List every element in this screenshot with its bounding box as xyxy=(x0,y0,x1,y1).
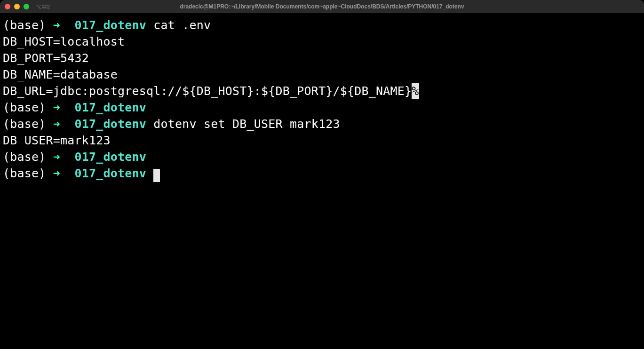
prompt-directory: 017_dotenv xyxy=(75,117,147,131)
prompt-arrow-icon: ➜ xyxy=(53,150,75,164)
terminal-output-area[interactable]: (base) ➜ 017_dotenv cat .envDB_HOST=loca… xyxy=(0,13,644,185)
cursor-icon xyxy=(153,169,160,182)
prompt-arrow-icon: ➜ xyxy=(53,101,75,114)
minimize-icon[interactable] xyxy=(14,4,20,9)
command-text: cat .env xyxy=(153,18,211,32)
terminal-prompt-line: (base) ➜ 017_dotenv xyxy=(3,165,641,182)
prompt-directory: 017_dotenv xyxy=(75,150,147,164)
prompt-directory: 017_dotenv xyxy=(75,18,147,32)
window-title: dradecic@M1PRO:~/Library/Mobile Document… xyxy=(180,3,464,10)
prompt-env: (base) xyxy=(3,101,53,114)
output-line: DB_USER=mark123 xyxy=(3,132,641,149)
prompt-directory: 017_dotenv xyxy=(75,101,147,114)
prompt-arrow-icon: ➜ xyxy=(53,167,75,180)
terminal-prompt-line: (base) ➜ 017_dotenv xyxy=(3,149,641,165)
prompt-env: (base) xyxy=(3,117,53,131)
output-line: DB_NAME=database xyxy=(3,66,641,83)
prompt-env: (base) xyxy=(3,167,53,180)
terminal-prompt-line: (base) ➜ 017_dotenv cat .env xyxy=(3,17,641,33)
tab-indicator: ⌥⌘2 xyxy=(36,4,50,10)
terminal-prompt-line: (base) ➜ 017_dotenv xyxy=(3,99,641,116)
output-line: DB_URL=jdbc:postgresql://${DB_HOST}:${DB… xyxy=(3,83,641,99)
maximize-icon[interactable] xyxy=(24,4,29,9)
prompt-env: (base) xyxy=(3,150,53,164)
close-icon[interactable] xyxy=(5,4,10,9)
output-text: DB_URL=jdbc:postgresql://${DB_HOST}:${DB… xyxy=(3,84,412,98)
output-line: DB_PORT=5432 xyxy=(3,50,641,66)
window-controls xyxy=(5,4,29,9)
prompt-arrow-icon: ➜ xyxy=(53,18,75,32)
terminal-prompt-line: (base) ➜ 017_dotenv dotenv set DB_USER m… xyxy=(3,116,641,132)
prompt-directory: 017_dotenv xyxy=(75,167,147,180)
eof-marker-icon: % xyxy=(412,83,419,99)
command-text: dotenv set DB_USER mark123 xyxy=(153,117,340,131)
window-titlebar: ⌥⌘2 dradecic@M1PRO:~/Library/Mobile Docu… xyxy=(0,0,644,13)
prompt-env: (base) xyxy=(3,18,53,32)
prompt-arrow-icon: ➜ xyxy=(53,117,75,131)
output-line: DB_HOST=localhost xyxy=(3,33,641,50)
